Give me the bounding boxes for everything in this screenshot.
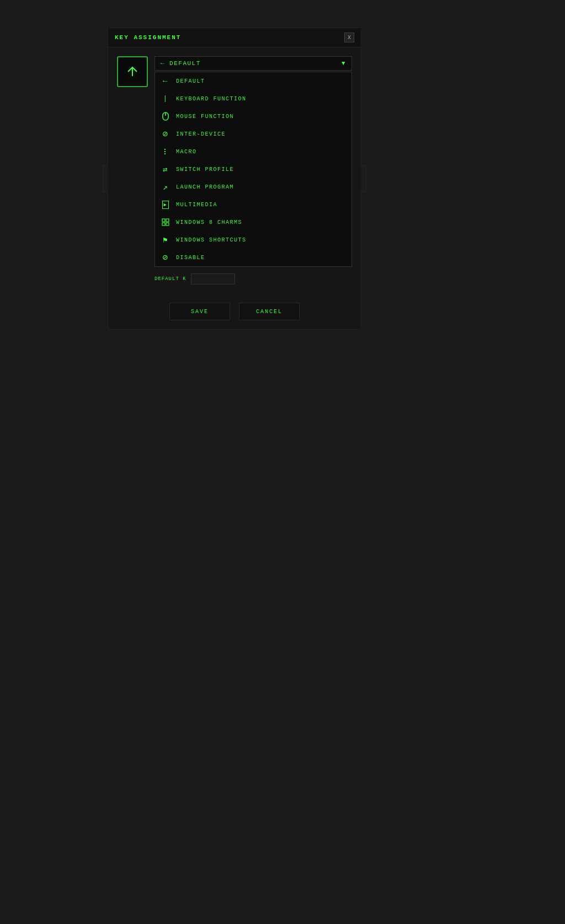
windows8-icon: [161, 217, 170, 227]
disable-icon: ⊘: [161, 253, 170, 262]
dialog-footer: SAVE CANCEL: [108, 293, 361, 329]
cancel-button[interactable]: CANCEL: [239, 303, 300, 320]
dropdown-item-macro[interactable]: ⫶ MACRO: [155, 143, 351, 160]
dialog-wrapper: KEY ASSIGNMENT X ← DEFAULT ▼: [108, 28, 361, 330]
dropdown-selected-label: DEFAULT: [169, 60, 201, 67]
mouse-svg: [162, 112, 169, 121]
item-label-win8: WINDOWS 8 CHARMS: [176, 219, 242, 225]
dropdown-item-inter-device[interactable]: ⊘ INTER-DEVICE: [155, 125, 351, 143]
dropdown-item-mouse[interactable]: MOUSE FUNCTION: [155, 108, 351, 125]
multimedia-icon: ▶: [161, 200, 170, 209]
item-label-macro: MACRO: [176, 149, 197, 155]
close-button[interactable]: X: [344, 33, 354, 42]
item-label-launch: LAUNCH PROGRAM: [176, 184, 234, 190]
item-label-switch: SWITCH PROFILE: [176, 166, 234, 173]
right-panel: ← DEFAULT ▼ ← DEFAULT | KEYBOARD FUNCTIO…: [154, 56, 352, 284]
default-key-row: DEFAULT K: [154, 273, 352, 284]
macro-icon: ⫶: [161, 147, 170, 157]
svg-rect-5: [162, 223, 165, 225]
windows-shortcuts-icon: ⚑: [161, 235, 170, 245]
dropdown-item-win8[interactable]: WINDOWS 8 CHARMS: [155, 213, 351, 231]
notch-right: [361, 165, 366, 192]
dropdown-selected[interactable]: ← DEFAULT ▼: [154, 56, 352, 71]
notch-left: [103, 165, 108, 192]
dropdown-item-keyboard[interactable]: | KEYBOARD FUNCTION: [155, 90, 351, 108]
dropdown-selected-icon: ←: [161, 60, 165, 67]
item-label-disable: DISABLE: [176, 255, 205, 261]
svg-rect-6: [166, 223, 169, 225]
dialog-titlebar: KEY ASSIGNMENT X: [108, 28, 361, 47]
dropdown-list: ← DEFAULT | KEYBOARD FUNCTION: [154, 72, 352, 267]
item-label-keyboard: KEYBOARD FUNCTION: [176, 96, 247, 102]
item-label-mouse: MOUSE FUNCTION: [176, 114, 234, 120]
dialog-frame: KEY ASSIGNMENT X ← DEFAULT ▼: [108, 28, 361, 330]
dialog-title: KEY ASSIGNMENT: [115, 34, 181, 41]
dropdown-arrow-icon: ▼: [342, 60, 346, 67]
keyboard-icon: |: [161, 94, 170, 104]
svg-rect-3: [162, 219, 165, 222]
mouse-icon: [161, 111, 170, 121]
inter-device-icon: ⊘: [161, 129, 170, 139]
switch-profile-icon: ⇄: [161, 164, 170, 174]
key-preview-icon: [127, 66, 138, 77]
dropdown-item-multimedia[interactable]: ▶ MULTIMEDIA: [155, 196, 351, 213]
dropdown-item-disable[interactable]: ⊘ DISABLE: [155, 249, 351, 266]
dropdown-item-launch[interactable]: ↗ LAUNCH PROGRAM: [155, 178, 351, 196]
save-button[interactable]: SAVE: [169, 303, 230, 320]
dropdown-item-switch-profile[interactable]: ⇄ SWITCH PROFILE: [155, 160, 351, 178]
dropdown-item-default[interactable]: ← DEFAULT: [155, 72, 351, 90]
item-label-default: DEFAULT: [176, 78, 205, 84]
default-key-value-box: [191, 273, 235, 284]
arrow-left-icon: ←: [161, 76, 170, 86]
dropdown-item-winshortcuts[interactable]: ⚑ WINDOWS SHORTCUTS: [155, 231, 351, 249]
dialog-body: ← DEFAULT ▼ ← DEFAULT | KEYBOARD FUNCTIO…: [108, 47, 361, 293]
svg-rect-4: [166, 219, 169, 222]
win8-svg: [162, 218, 169, 226]
item-label-inter: INTER-DEVICE: [176, 131, 226, 137]
default-key-label: DEFAULT K: [154, 276, 186, 282]
item-label-winshortcuts: WINDOWS SHORTCUTS: [176, 237, 247, 243]
key-preview-box: [117, 56, 148, 87]
launch-program-icon: ↗: [161, 182, 170, 192]
item-label-multimedia: MULTIMEDIA: [176, 202, 217, 208]
